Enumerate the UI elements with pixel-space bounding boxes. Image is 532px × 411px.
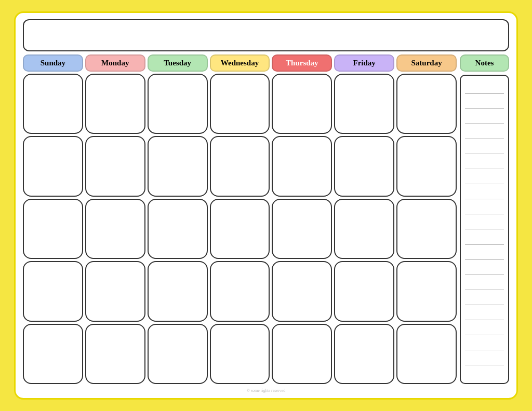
cell-1-7[interactable] bbox=[396, 74, 457, 134]
calendar-body: Sunday Monday Tuesday Wednesday Thursday… bbox=[23, 54, 509, 384]
note-line-8[interactable] bbox=[465, 184, 504, 199]
cell-3-2[interactable] bbox=[85, 199, 145, 259]
note-line-1[interactable] bbox=[465, 79, 504, 94]
cell-5-6[interactable] bbox=[334, 324, 394, 384]
cell-3-3[interactable] bbox=[148, 199, 208, 259]
note-line-18[interactable] bbox=[465, 335, 504, 350]
cell-2-4[interactable] bbox=[210, 136, 270, 196]
header-monday: Monday bbox=[85, 54, 145, 72]
cell-4-6[interactable] bbox=[334, 261, 394, 321]
cell-4-7[interactable] bbox=[396, 261, 457, 321]
notes-section: Notes bbox=[460, 54, 509, 384]
note-line-2[interactable] bbox=[465, 94, 504, 109]
cell-5-3[interactable] bbox=[148, 324, 208, 384]
cell-5-1[interactable] bbox=[23, 324, 83, 384]
note-line-3[interactable] bbox=[465, 109, 504, 124]
note-line-20[interactable] bbox=[465, 365, 504, 380]
cell-2-2[interactable] bbox=[85, 136, 145, 196]
header-tuesday: Tuesday bbox=[148, 54, 208, 72]
week-row-5 bbox=[23, 324, 457, 384]
cell-3-5[interactable] bbox=[272, 199, 332, 259]
header-wednesday: Wednesday bbox=[210, 54, 270, 72]
note-line-13[interactable] bbox=[465, 260, 504, 275]
week-row-2 bbox=[23, 136, 457, 196]
note-line-17[interactable] bbox=[465, 320, 504, 335]
cell-3-1[interactable] bbox=[23, 199, 83, 259]
cell-1-4[interactable] bbox=[210, 74, 270, 134]
cell-2-6[interactable] bbox=[334, 136, 394, 196]
cell-2-7[interactable] bbox=[396, 136, 457, 196]
cell-3-7[interactable] bbox=[396, 199, 457, 259]
cell-5-5[interactable] bbox=[272, 324, 332, 384]
cell-2-5[interactable] bbox=[272, 136, 332, 196]
cell-4-4[interactable] bbox=[210, 261, 270, 321]
day-headers: Sunday Monday Tuesday Wednesday Thursday… bbox=[23, 54, 457, 72]
cell-2-3[interactable] bbox=[148, 136, 208, 196]
note-line-19[interactable] bbox=[465, 350, 504, 365]
note-line-5[interactable] bbox=[465, 139, 504, 154]
cell-4-5[interactable] bbox=[272, 261, 332, 321]
watermark: © some rights reserved bbox=[23, 388, 509, 393]
cell-1-1[interactable] bbox=[23, 74, 83, 134]
header-friday: Friday bbox=[334, 54, 394, 72]
calendar-container: Sunday Monday Tuesday Wednesday Thursday… bbox=[14, 11, 518, 400]
cell-4-3[interactable] bbox=[148, 261, 208, 321]
weeks-container bbox=[23, 74, 457, 384]
note-line-9[interactable] bbox=[465, 199, 504, 214]
cell-1-3[interactable] bbox=[148, 74, 208, 134]
note-line-16[interactable] bbox=[465, 305, 504, 320]
cell-4-1[interactable] bbox=[23, 261, 83, 321]
note-line-6[interactable] bbox=[465, 154, 504, 169]
cell-5-4[interactable] bbox=[210, 324, 270, 384]
note-line-7[interactable] bbox=[465, 169, 504, 184]
note-line-11[interactable] bbox=[465, 229, 504, 244]
main-grid: Sunday Monday Tuesday Wednesday Thursday… bbox=[23, 54, 457, 384]
header-saturday: Saturday bbox=[396, 54, 457, 72]
note-line-12[interactable] bbox=[465, 245, 504, 260]
note-line-4[interactable] bbox=[465, 124, 504, 139]
header-thursday: Thursday bbox=[272, 54, 332, 72]
note-line-10[interactable] bbox=[465, 214, 504, 229]
cell-3-4[interactable] bbox=[210, 199, 270, 259]
cell-3-6[interactable] bbox=[334, 199, 394, 259]
cell-5-2[interactable] bbox=[85, 324, 145, 384]
header-sunday: Sunday bbox=[23, 54, 83, 72]
week-row-4 bbox=[23, 261, 457, 321]
note-line-15[interactable] bbox=[465, 290, 504, 305]
cell-1-6[interactable] bbox=[334, 74, 394, 134]
note-line-14[interactable] bbox=[465, 275, 504, 290]
title-box[interactable] bbox=[23, 19, 509, 51]
cell-1-5[interactable] bbox=[272, 74, 332, 134]
cell-2-1[interactable] bbox=[23, 136, 83, 196]
cell-1-2[interactable] bbox=[85, 74, 145, 134]
cell-5-7[interactable] bbox=[396, 324, 457, 384]
week-row-3 bbox=[23, 199, 457, 259]
cell-4-2[interactable] bbox=[85, 261, 145, 321]
week-row-1 bbox=[23, 74, 457, 134]
notes-lines[interactable] bbox=[460, 75, 509, 384]
notes-header: Notes bbox=[460, 54, 509, 72]
